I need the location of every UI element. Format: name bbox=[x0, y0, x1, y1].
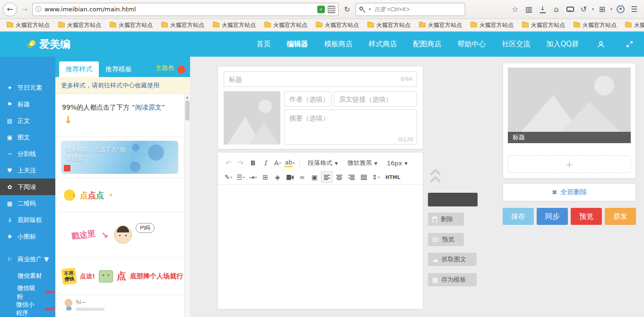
bookmark-item[interactable]: 火狐官方站点 bbox=[569, 20, 621, 30]
extension-icon[interactable] bbox=[328, 6, 335, 13]
indent-button[interactable]: ⇥▾ bbox=[247, 171, 259, 183]
style-item-dots[interactable]: 点点点 ✦ bbox=[55, 178, 184, 213]
preview-button[interactable]: 预览 bbox=[571, 208, 602, 225]
sidebar-item-festival[interactable]: ✦节日元素 bbox=[0, 79, 55, 96]
bookmark-item[interactable]: 火狐官方站点 bbox=[466, 20, 518, 30]
align-justify-button[interactable] bbox=[358, 171, 369, 183]
editor-content-area[interactable] bbox=[218, 185, 423, 305]
search-input[interactable] bbox=[374, 6, 462, 13]
format-painter-button[interactable]: ✎▾ bbox=[223, 171, 234, 183]
bookmark-item[interactable]: 火狐官方站点 bbox=[2, 20, 54, 30]
sidebar-item-wechat-material[interactable]: 微信素材 bbox=[0, 267, 55, 284]
shield-icon[interactable]: ✓ bbox=[317, 6, 325, 13]
history-caret[interactable]: ▾ bbox=[591, 7, 595, 11]
sidebar-item-copyright[interactable]: ⇓底部版权 bbox=[0, 212, 55, 228]
source-link-input[interactable] bbox=[334, 91, 417, 107]
sidebar-item-business[interactable]: ⚐商业推广 ▼ bbox=[0, 251, 55, 267]
sidebar-item-divider[interactable]: ─分割线 bbox=[0, 146, 55, 162]
table-button[interactable]: ⊞ bbox=[260, 171, 271, 183]
bookmark-item[interactable]: 火狐官方站点 bbox=[209, 20, 260, 30]
line-height-button[interactable]: ⇕▾ bbox=[370, 171, 382, 183]
html-source-button[interactable]: HTML bbox=[383, 175, 403, 180]
scroll-top-chevrons[interactable] bbox=[429, 168, 442, 186]
style-item-hi[interactable]: hi~ bbox=[55, 295, 184, 317]
delete-all-button[interactable]: ✖ 全部删除 bbox=[503, 183, 636, 201]
sidebar-item-wechat-fans[interactable]: 微信吸粉HOT bbox=[0, 284, 55, 300]
sidebar-item-image-text[interactable]: ▣图文 bbox=[0, 129, 55, 146]
nav-join-qq[interactable]: 加入QQ群 bbox=[546, 40, 579, 49]
bookmark-item[interactable]: 火狐官方站点 bbox=[105, 20, 157, 30]
apps-caret[interactable]: ▾ bbox=[609, 7, 614, 11]
undo-icon[interactable]: ↶ bbox=[223, 157, 234, 169]
sync-button[interactable]: 同步 bbox=[537, 208, 568, 225]
font-family-dropdown[interactable]: 微软雅黑▾ bbox=[343, 157, 382, 169]
style-item-poke-here[interactable]: 戳这里 ↘ 约吗 bbox=[55, 213, 184, 257]
site-info-icon[interactable]: ⓘ bbox=[35, 5, 42, 14]
downloads-icon[interactable]: ↓ bbox=[536, 2, 549, 16]
sidebar-item-title[interactable]: ⚑标题 bbox=[0, 96, 55, 112]
bold-button[interactable]: B bbox=[247, 157, 259, 169]
tab-recommended-styles[interactable]: 推荐样式 bbox=[59, 61, 99, 77]
sidebar-item-qrcode[interactable]: ▦二维码 bbox=[0, 195, 55, 212]
nav-editor[interactable]: 编辑器 bbox=[287, 40, 308, 49]
bookmark-item[interactable]: 火狐官方站点 bbox=[415, 20, 466, 30]
scroll-up-icon[interactable]: ▲ bbox=[184, 94, 190, 99]
add-article-button[interactable]: + bbox=[508, 155, 631, 173]
sidebar-item-small-icons[interactable]: ❖小图标 bbox=[0, 228, 55, 245]
search-engine-caret[interactable]: ▾ bbox=[367, 7, 372, 11]
bookmark-item[interactable]: 火狐官方站点 bbox=[260, 20, 312, 30]
delete-article-button[interactable]: 删除 bbox=[428, 213, 464, 226]
account-icon[interactable] bbox=[614, 2, 627, 16]
style-item-bottom-support[interactable]: 不用攒钱 点这! 点 底部捧个人场就行 bbox=[55, 257, 184, 295]
nav-help-center[interactable]: 帮助中心 bbox=[457, 40, 486, 49]
nav-template-store[interactable]: 模板商店 bbox=[324, 40, 352, 49]
search-icon[interactable] bbox=[359, 6, 366, 13]
bookmark-item[interactable]: 火狐官方站点 bbox=[312, 20, 363, 30]
cover-image-placeholder[interactable] bbox=[224, 91, 280, 145]
style-item-read-original[interactable]: 99%的人都点击了下方 “阅读原文” ↓ bbox=[55, 94, 184, 137]
author-input[interactable] bbox=[284, 91, 331, 107]
italic-button[interactable]: I bbox=[260, 157, 271, 169]
summary-input[interactable] bbox=[284, 110, 417, 145]
theme-color-label[interactable]: 主题色 bbox=[156, 64, 174, 72]
bookmark-item[interactable]: 火狐官方站点 bbox=[157, 20, 209, 30]
align-center-button[interactable] bbox=[333, 171, 345, 183]
bookmark-star-icon[interactable]: ☆ bbox=[508, 2, 522, 16]
fullscreen-icon[interactable] bbox=[623, 41, 635, 48]
bookmark-item[interactable]: 火狐官方站点 bbox=[363, 20, 415, 30]
preview-article-button[interactable]: 预览 bbox=[428, 233, 464, 246]
save-button[interactable]: 保存 bbox=[503, 208, 534, 225]
sidebar-item-wechat-miniprogram[interactable]: 微信小程序HOT bbox=[0, 300, 55, 317]
tag-button[interactable]: ◈ bbox=[272, 171, 283, 183]
sidebar-item-read-bottom[interactable]: ✿下阅读 bbox=[0, 179, 55, 195]
user-icon[interactable] bbox=[595, 41, 607, 48]
redo-icon[interactable]: ↷ bbox=[235, 157, 246, 169]
reload-button[interactable]: ↻ bbox=[341, 3, 353, 16]
paragraph-format-dropdown[interactable]: 段落格式▾ bbox=[304, 157, 342, 169]
style-item-banner[interactable]: 更多精彩，点击下方“阅读原文” bbox=[55, 137, 184, 178]
nav-community[interactable]: 社区交流 bbox=[502, 40, 530, 49]
grab-article-button[interactable]: ☁ 抓取图文 bbox=[428, 253, 477, 266]
history-icon[interactable]: ↺ bbox=[577, 2, 591, 16]
link-button[interactable]: ∞ bbox=[296, 171, 308, 183]
video-button[interactable] bbox=[284, 171, 296, 183]
align-right-button[interactable] bbox=[346, 171, 357, 183]
scrollbar-thumb[interactable] bbox=[185, 101, 190, 120]
nav-home[interactable]: 首页 bbox=[256, 40, 270, 49]
title-input[interactable] bbox=[224, 71, 417, 87]
list-button[interactable]: ☰▾ bbox=[235, 171, 246, 183]
nav-style-store[interactable]: 样式商店 bbox=[368, 40, 397, 49]
nav-image-store[interactable]: 配图商店 bbox=[413, 40, 441, 49]
home-icon[interactable]: ⌂ bbox=[549, 2, 563, 16]
library-icon[interactable]: ▥ bbox=[522, 2, 536, 16]
sidebar-item-body-text[interactable]: ▤正文 bbox=[0, 112, 55, 129]
site-logo[interactable]: 爱美编 bbox=[26, 37, 70, 51]
menu-icon[interactable]: ☰ bbox=[627, 2, 641, 16]
bookmark-item[interactable]: 火狐官方站点 bbox=[54, 20, 105, 30]
insert-image-button[interactable]: ▣ bbox=[309, 171, 320, 183]
align-left-button[interactable] bbox=[321, 171, 332, 183]
back-button[interactable]: ← bbox=[3, 2, 17, 17]
chat-icon[interactable] bbox=[563, 2, 577, 16]
bookmark-item[interactable]: 火狐官方站点 bbox=[518, 20, 569, 30]
sidebar-item-follow-top[interactable]: ♥上关注 bbox=[0, 162, 55, 179]
